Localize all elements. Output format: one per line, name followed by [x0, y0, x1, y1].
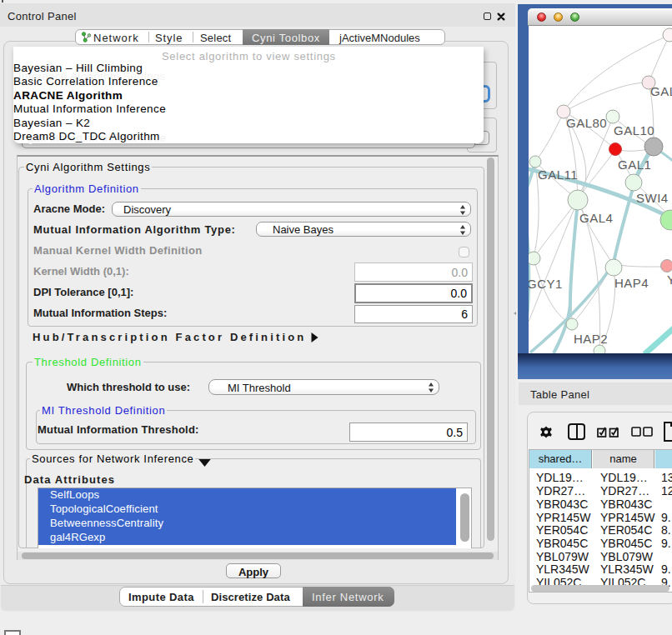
- svg-text:GAL80: GAL80: [566, 116, 607, 130]
- svg-text:GAL: GAL: [650, 84, 672, 98]
- svg-text:HAP4: HAP4: [614, 276, 649, 290]
- svg-text:GCY1: GCY1: [529, 277, 563, 291]
- svg-text:GAL1: GAL1: [618, 158, 651, 172]
- svg-text:Y: Y: [667, 272, 672, 287]
- svg-text:GAL11: GAL11: [538, 168, 578, 182]
- svg-text:SWI4: SWI4: [636, 191, 669, 205]
- svg-text:HAP2: HAP2: [574, 332, 608, 346]
- svg-text:GAL4: GAL4: [579, 211, 613, 225]
- svg-text:GAL10: GAL10: [614, 123, 654, 138]
